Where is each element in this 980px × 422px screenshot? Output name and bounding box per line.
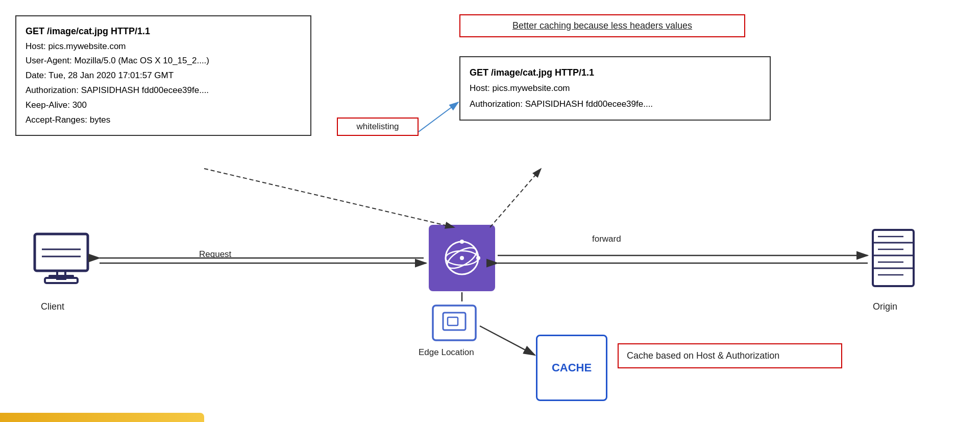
bottom-bar [0,413,204,422]
left-request-box: GET /image/cat.jpg HTTP/1.1 Host: pics.m… [15,15,311,136]
origin-label: Origin [873,301,897,312]
svg-line-31 [204,169,454,227]
svg-point-18 [476,256,480,260]
svg-point-19 [460,240,464,244]
cache-box: CACHE [536,335,607,401]
svg-rect-2 [45,278,78,283]
better-caching-label: Better caching because less headers valu… [512,20,692,31]
right-request-line2: Host: pics.mywebsite.com [470,81,761,97]
whitelisting-label: whitelisting [356,122,399,131]
cache-based-box: Cache based on Host & Authorization [618,343,842,368]
left-request-line3: User-Agent: Mozilla/5.0 (Mac OS X 10_15_… [26,54,301,68]
edge-location-label: Edge Location [419,347,474,358]
cloudfront-icon [429,225,495,291]
forward-label: forward [592,234,621,244]
cache-label: CACHE [552,361,592,374]
svg-rect-0 [35,234,88,271]
svg-line-33 [419,102,458,132]
left-request-line2: Host: pics.mywebsite.com [26,39,301,54]
edge-location-icon [429,301,480,345]
whitelisting-box: whitelisting [337,118,419,136]
left-request-line5: Authorization: SAPISIDHASH fdd00ecee39fe… [26,83,301,98]
left-request-line6: Keep-Alive: 300 [26,98,301,113]
left-request-line1: GET /image/cat.jpg HTTP/1.1 [26,24,301,39]
svg-rect-22 [448,317,458,325]
better-caching-box: Better caching because less headers valu… [459,14,745,37]
svg-point-17 [460,256,464,260]
svg-line-35 [480,326,535,355]
svg-rect-20 [433,306,476,340]
left-request-line4: Date: Tue, 28 Jan 2020 17:01:57 GMT [26,68,301,83]
svg-rect-21 [443,313,465,330]
svg-rect-6 [873,230,914,286]
client-icon [31,230,92,286]
left-request-line7: Accept-Ranges: bytes [26,113,301,128]
right-request-line1: GET /image/cat.jpg HTTP/1.1 [470,64,761,81]
client-label: Client [41,301,64,312]
right-request-box: GET /image/cat.jpg HTTP/1.1 Host: pics.m… [459,56,771,121]
svg-rect-5 [48,275,74,277]
cache-based-label: Cache based on Host & Authorization [627,350,779,361]
svg-line-32 [490,169,541,227]
right-request-line3: Authorization: SAPISIDHASH fdd00ecee39fe… [470,97,761,112]
origin-icon [868,227,919,294]
request-label: Request [199,249,231,260]
